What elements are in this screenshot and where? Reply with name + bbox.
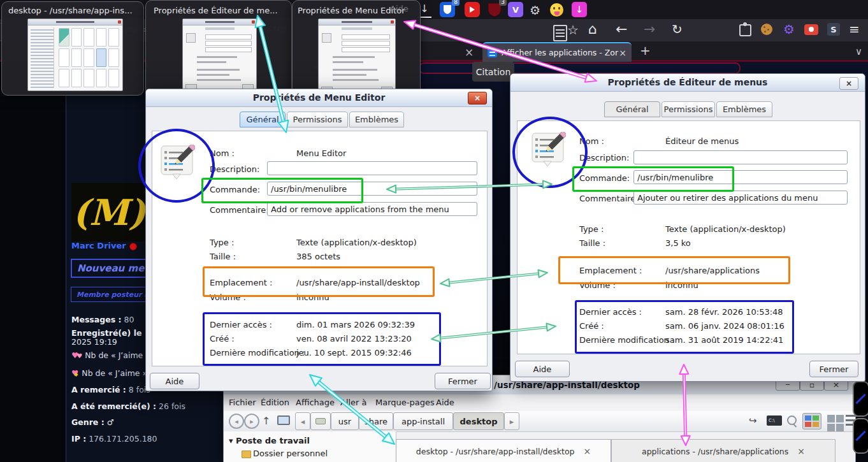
citation-tooltip[interactable]: Citation bbox=[472, 62, 514, 82]
description-input[interactable] bbox=[633, 150, 848, 164]
smiley-icon[interactable] bbox=[550, 3, 563, 17]
forward-icon[interactable]: → bbox=[644, 23, 655, 36]
dock-item-outline-2[interactable] bbox=[853, 418, 868, 454]
bookmark-star-icon[interactable]: ☆ bbox=[567, 24, 579, 36]
commande-label: Commande: bbox=[210, 185, 260, 194]
close-dialog-button[interactable]: × bbox=[839, 77, 858, 90]
menu-edition[interactable]: Édition bbox=[261, 398, 289, 407]
volume-label: Volume : bbox=[579, 280, 616, 290]
crumb-app-install[interactable]: app-install bbox=[393, 412, 453, 430]
likes-received: ♥◆ Nb de « J’aime » bbox=[71, 368, 147, 378]
settings-gear-icon[interactable]: ⚙ bbox=[783, 23, 795, 36]
volume-value: inconnu bbox=[665, 280, 698, 290]
new-tab-icon[interactable]: + bbox=[640, 44, 651, 57]
overlay-close-icon[interactable]: × bbox=[465, 46, 474, 59]
dialog-titlebar[interactable]: Propriétés de Éditeur de menus bbox=[510, 74, 865, 92]
crumb-scroll-left[interactable]: ◂ bbox=[295, 412, 310, 430]
close-dialog-button[interactable]: × bbox=[468, 92, 487, 105]
window-preview-dialog-right[interactable]: Propriétés de Éditeur de me... bbox=[145, 0, 292, 96]
fermer-button[interactable]: Fermer bbox=[809, 361, 858, 377]
fm-tab-close-icon[interactable]: × bbox=[797, 446, 805, 456]
cree-value: ven. 08 avril 2022 13:23:20 bbox=[296, 334, 412, 343]
magenta-arrow-icon[interactable]: ↓ bbox=[572, 2, 587, 17]
tab-emblemes[interactable]: Emblèmes bbox=[349, 112, 404, 127]
home-icon[interactable]: ⌂ bbox=[588, 23, 597, 36]
fm-tab-close-icon[interactable]: × bbox=[583, 446, 591, 456]
tab-general[interactable]: Général bbox=[604, 101, 660, 117]
nav-forward-icon[interactable]: ▸ bbox=[244, 414, 259, 429]
cookie-icon[interactable] bbox=[761, 24, 772, 35]
bitwarden-icon[interactable]: 8 bbox=[440, 2, 455, 17]
youtube-icon[interactable] bbox=[465, 2, 480, 17]
likes-given: ♥♥ Nb de « J’aime » bbox=[71, 350, 150, 360]
forum-topic-bar bbox=[419, 62, 741, 74]
icon-view-button[interactable] bbox=[802, 413, 821, 430]
tab-emblemes[interactable]: Emblèmes bbox=[716, 101, 772, 117]
crumb-scroll-right[interactable]: ▸ bbox=[504, 412, 519, 430]
taille-label: Taille : bbox=[210, 252, 236, 261]
tab-list-chevron-icon[interactable]: ∨ bbox=[855, 45, 862, 58]
aide-button[interactable]: Aide bbox=[150, 373, 199, 389]
browser-tab-active[interactable]: Afficher les applications - Zori × bbox=[482, 42, 632, 62]
nav-back-icon[interactable]: ◂ bbox=[229, 414, 244, 429]
hamburger-menu-icon[interactable]: ≡ bbox=[849, 23, 860, 36]
reader-mode-icon[interactable] bbox=[553, 25, 567, 41]
fm-tab-applications[interactable]: applications - /usr/share/applications × bbox=[611, 439, 835, 462]
screenshot-camera-icon[interactable] bbox=[804, 24, 818, 35]
window-preview-dialog-left[interactable]: Propriétés de Menu Editor bbox=[292, 0, 421, 96]
crumb-share[interactable]: share bbox=[359, 412, 393, 430]
compact-view-button[interactable] bbox=[825, 413, 846, 433]
ip-address: IP : 176.171.205.180 bbox=[71, 434, 157, 444]
tab-general[interactable]: Général bbox=[240, 112, 286, 127]
menu-affichage[interactable]: Affichage bbox=[296, 398, 335, 407]
crumb-usr[interactable]: usr bbox=[331, 412, 359, 430]
nav-up-icon[interactable]: ↑ bbox=[262, 415, 270, 427]
tab-permissions[interactable]: Permissions bbox=[662, 101, 715, 117]
dock-item-outline[interactable] bbox=[853, 381, 868, 417]
menu-fichier[interactable]: Fichier bbox=[229, 398, 256, 407]
crumb-desktop[interactable]: desktop bbox=[453, 412, 504, 430]
dossier-personnel-item[interactable]: Dossier personnel bbox=[253, 449, 328, 458]
dialog-titlebar[interactable]: Propriétés de Menu Editor bbox=[146, 89, 492, 107]
crumb-drive-icon[interactable] bbox=[310, 412, 331, 430]
new-message-button[interactable]: Nouveau me bbox=[71, 259, 153, 278]
tab-close-icon[interactable]: × bbox=[619, 48, 626, 58]
type-label: Type : bbox=[579, 224, 604, 234]
forum-username[interactable]: Marc Driver bbox=[71, 241, 126, 250]
preview-title: Propriétés de Menu Editor bbox=[298, 6, 405, 15]
poste-de-travail-item[interactable]: ▾ Poste de travail bbox=[229, 436, 310, 445]
fm-tab-label: desktop - /usr/share/app-install/desktop bbox=[416, 447, 575, 456]
commande-input[interactable] bbox=[633, 170, 848, 184]
menu-aide[interactable]: Aide bbox=[436, 398, 454, 407]
commentaire-input[interactable] bbox=[267, 202, 477, 216]
description-input[interactable] bbox=[267, 161, 477, 175]
reload-icon[interactable]: ↻ bbox=[672, 23, 683, 36]
fm-tab-desktop[interactable]: desktop - /usr/share/app-install/desktop… bbox=[396, 439, 611, 462]
back-icon[interactable]: ← bbox=[616, 23, 627, 36]
type-label: Type : bbox=[210, 238, 234, 247]
search-icon[interactable] bbox=[787, 415, 797, 425]
modification-label: Dernière modification : bbox=[210, 348, 305, 357]
background-aide-menu: Aide bbox=[390, 4, 409, 13]
dialog-thumbnail bbox=[182, 18, 257, 92]
violentmonkey-icon[interactable]: V bbox=[508, 2, 523, 17]
preview-title: Propriétés de Éditeur de me... bbox=[154, 6, 278, 15]
tab-permissions[interactable]: Permissions bbox=[287, 112, 348, 127]
expander-icon[interactable]: ▾ bbox=[229, 436, 233, 445]
dernier-acces-label: Dernier accès : bbox=[210, 320, 272, 329]
fermer-button[interactable]: Fermer bbox=[435, 373, 491, 389]
menu-marque-pages[interactable]: Marque-pages bbox=[375, 398, 435, 407]
commande-input[interactable] bbox=[267, 182, 477, 196]
ublock-icon[interactable]: 3 bbox=[487, 2, 502, 17]
computer-icon[interactable] bbox=[277, 415, 290, 425]
extensions-puzzle-icon[interactable] bbox=[739, 24, 751, 36]
window-preview-file-manager[interactable]: desktop - /usr/share/app-ins... bbox=[1, 1, 144, 96]
aide-button[interactable]: Aide bbox=[515, 361, 570, 377]
jump-icon[interactable]: ↪ bbox=[749, 415, 757, 426]
menu-aller-a[interactable]: Aller à bbox=[340, 398, 367, 407]
extension-gear-icon[interactable]: ⚙ bbox=[530, 4, 540, 17]
session-s-icon[interactable]: S bbox=[827, 23, 840, 36]
type-value: Texte (application/x-desktop) bbox=[665, 224, 786, 234]
commentaire-input[interactable] bbox=[633, 191, 848, 205]
terminal-icon[interactable]: C:\ bbox=[767, 415, 782, 426]
